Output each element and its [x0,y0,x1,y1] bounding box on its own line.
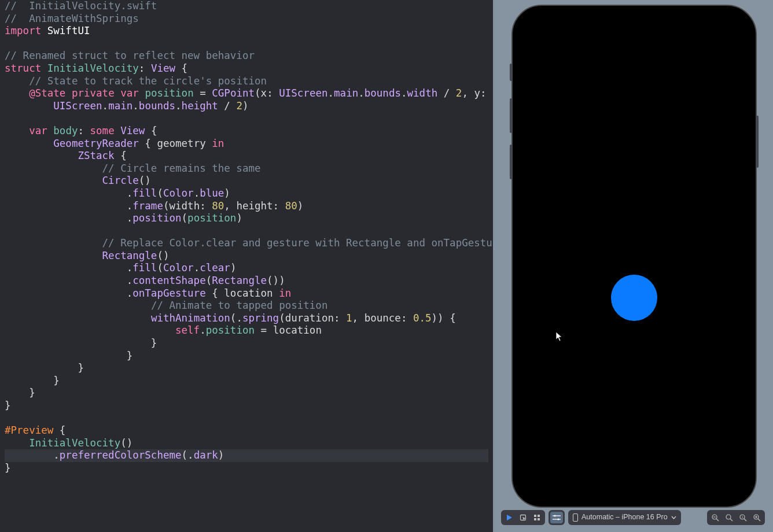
preview-toolbar: Automatic – iPhone 16 Pro 1 [501,510,765,525]
preview-mode-group [501,510,545,525]
device-settings-group [549,510,565,525]
device-side-button [510,145,513,179]
phone-icon [573,513,578,522]
svg-line-18 [744,519,746,521]
comment: // State to track the circle's position [29,75,267,87]
device-settings-button[interactable] [550,512,563,523]
live-preview-button[interactable] [503,512,516,523]
zoom-out-button[interactable] [709,512,722,523]
keyword-struct: struct [5,62,41,74]
protocol: View [151,62,175,74]
svg-rect-5 [534,518,536,520]
svg-line-21 [758,519,760,521]
svg-rect-6 [538,518,540,520]
keyword-private: private [72,87,115,99]
prop-position: position [145,87,193,99]
macro-preview: #Preview [5,424,53,436]
keyword-import: import [5,25,41,36]
keyword-var: var [120,87,139,99]
svg-marker-2 [522,517,525,520]
comment: // AnimateWithSprings [5,13,139,24]
selectable-preview-button[interactable] [517,512,529,523]
comment: // Renamed struct to reflect new behavio… [5,50,255,61]
simulator-device-frame[interactable] [511,5,757,508]
preview-canvas[interactable]: Automatic – iPhone 16 Pro 1 [493,0,773,532]
svg-point-15 [726,515,731,519]
zoom-actual-button[interactable] [723,512,735,523]
variants-button[interactable] [531,512,543,523]
module: SwiftUI [47,25,90,36]
type-cgpoint: CGPoint [212,87,255,99]
device-label: Automatic – iPhone 16 Pro [581,511,668,524]
svg-rect-4 [538,515,540,517]
zoom-group: 1 [707,510,765,525]
device-side-button [756,116,759,168]
animated-circle[interactable] [611,275,657,321]
attr-state: @State [29,87,65,99]
zoom-fit-button[interactable]: 1 [737,512,749,523]
type-name: InitialVelocity [47,62,139,74]
svg-marker-0 [507,515,512,520]
svg-rect-3 [534,515,536,517]
current-line-highlight: .preferredColorScheme(.dark) [5,449,488,462]
code-editor[interactable]: // InitialVelocity.swift // AnimateWithS… [0,0,493,532]
device-selector[interactable]: Automatic – iPhone 16 Pro [568,510,681,525]
device-side-button [510,98,513,133]
svg-line-16 [730,519,732,521]
svg-line-13 [716,519,719,521]
svg-text:1: 1 [741,515,743,519]
zoom-in-button[interactable] [750,512,763,523]
comment: // InitialVelocity.swift [5,0,157,12]
svg-rect-11 [573,514,578,522]
device-side-button [510,64,513,81]
chevron-down-icon [671,516,676,519]
